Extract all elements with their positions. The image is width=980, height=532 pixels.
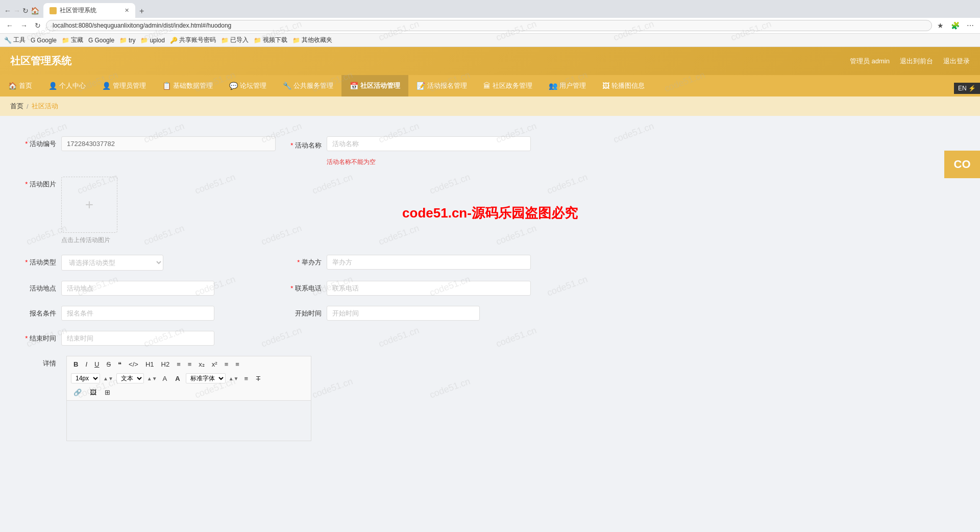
activity-type-group: 活动类型 请选择活动类型 [20, 255, 276, 271]
editor-body[interactable] [66, 400, 311, 441]
browser-tab-active[interactable]: 社区管理系统 ✕ [43, 3, 135, 18]
nav-item-basic[interactable]: 📋 基础数据管理 [154, 75, 221, 96]
bookmark-try[interactable]: 📁 try [119, 37, 135, 44]
unordered-list-button[interactable]: ≡ [185, 359, 194, 369]
bold-button[interactable]: B [71, 359, 81, 369]
align-left-button[interactable]: ≡ [222, 359, 231, 369]
detail-label: 详情 [20, 356, 56, 368]
start-time-label: 开始时间 [286, 306, 322, 318]
basic-nav-icon: 📋 [162, 82, 171, 90]
nav-item-carousel[interactable]: 🖼 轮播图信息 [594, 75, 653, 96]
address-input[interactable] [46, 20, 932, 31]
italic-button[interactable]: I [83, 359, 90, 369]
back-button[interactable]: ← [4, 20, 15, 31]
code-button[interactable]: </> [126, 359, 141, 369]
subscript-button[interactable]: x₂ [196, 359, 207, 369]
font-bg-button[interactable]: A [173, 374, 182, 383]
browser-controls: ← → ↻ 🏠 [4, 7, 39, 15]
image-upload-group: + 点击上传活动图片 [61, 177, 117, 245]
nav-item-enrollment[interactable]: 📝 活动报名管理 [408, 75, 475, 96]
breadcrumb-separator: / [27, 103, 29, 110]
form-row-1: 活动编号 1722843037782 活动名称 活动名称不能为空 [20, 136, 960, 166]
bookmark-button[interactable]: ★ [935, 20, 946, 31]
strikethrough-button[interactable]: S [104, 359, 113, 369]
location-group: 活动地点 [20, 281, 276, 296]
h1-button[interactable]: H1 [143, 359, 157, 369]
bookmark-others[interactable]: 📁 其他收藏夹 [292, 36, 332, 44]
align-btn[interactable]: ≡ [241, 374, 251, 383]
nav-item-users[interactable]: 👥 用户管理 [541, 75, 594, 96]
main-content: 活动编号 1722843037782 活动名称 活动名称不能为空 活动图片 [0, 116, 980, 532]
clear-format-btn[interactable]: T̶ [254, 374, 263, 383]
nav-item-home[interactable]: 🏠 首页 [0, 75, 40, 96]
font-style-arrows: ▲▼ [229, 376, 239, 381]
table-button[interactable]: ⊞ [102, 388, 113, 397]
bookmark-tools[interactable]: 🔧 工具 [4, 36, 26, 44]
bookmark-shared-password[interactable]: 🔑 共享账号密码 [170, 36, 216, 44]
image-button[interactable]: 🖼 [87, 388, 99, 397]
bookmark-google1[interactable]: G Google [31, 37, 57, 44]
breadcrumb-current: 社区活动 [32, 102, 58, 111]
form-row-3: 活动类型 请选择活动类型 举办方 [20, 255, 960, 271]
reload-button[interactable]: ↻ [33, 20, 43, 31]
nav-item-government[interactable]: 🏛 社区政务管理 [475, 75, 541, 96]
contact-group: 联系电话 [286, 281, 960, 296]
home-icon[interactable]: 🏠 [31, 7, 39, 15]
forward-icon[interactable]: → [13, 7, 20, 15]
activity-name-input[interactable] [327, 136, 531, 151]
enroll-input[interactable] [61, 306, 214, 321]
front-link[interactable]: 退出到前台 [900, 57, 933, 66]
font-type-select[interactable]: 文本 [116, 373, 144, 383]
ordered-list-button[interactable]: ≡ [174, 359, 183, 369]
activity-number-group: 活动编号 1722843037782 [20, 136, 276, 151]
plus-icon: + [85, 197, 93, 213]
h2-button[interactable]: H2 [159, 359, 173, 369]
activity-type-label: 活动类型 [20, 255, 56, 267]
extension-button[interactable]: 🧩 [949, 20, 962, 31]
link-button[interactable]: 🔗 [71, 388, 84, 397]
new-tab-button[interactable]: + [135, 5, 148, 18]
nav-item-admin[interactable]: 👤 管理员管理 [94, 75, 154, 96]
font-size-select[interactable]: 14px [71, 373, 100, 383]
start-time-input[interactable] [327, 306, 480, 321]
bookmark-uplod[interactable]: 📁 uplod [140, 37, 164, 44]
en-language-button[interactable]: EN ⚡ [954, 83, 980, 94]
form-row-detail: 详情 B I U S ❝ </> H1 H2 ≡ ≡ x₂ x² ≡ [20, 356, 960, 441]
bookmark-imported[interactable]: 📁 已导入 [221, 36, 249, 44]
activity-type-select[interactable]: 请选择活动类型 [61, 255, 163, 271]
end-time-group: 结束时间 [20, 331, 276, 346]
align-right-button[interactable]: ≡ [233, 359, 242, 369]
underline-button[interactable]: U [92, 359, 102, 369]
location-input[interactable] [61, 281, 214, 296]
back-icon[interactable]: ← [4, 7, 11, 15]
breadcrumb-home[interactable]: 首页 [10, 102, 23, 111]
nav-item-personal[interactable]: 👤 个人中心 [40, 75, 94, 96]
bookmark-baozang[interactable]: 📁 宝藏 [62, 36, 83, 44]
editor-container: B I U S ❝ </> H1 H2 ≡ ≡ x₂ x² ≡ ≡ [66, 356, 311, 441]
contact-input[interactable] [327, 281, 531, 296]
bookmark-google2[interactable]: G Google [88, 37, 114, 44]
blockquote-button[interactable]: ❝ [115, 359, 124, 369]
activity-image-label: 活动图片 [20, 177, 56, 189]
font-style-select[interactable]: 标准字体 [186, 373, 226, 383]
image-upload-box[interactable]: + [61, 177, 117, 233]
activity-number-value: 1722843037782 [61, 136, 276, 151]
bookmark-video[interactable]: 📁 视频下载 [254, 36, 287, 44]
end-time-input[interactable] [61, 331, 214, 346]
tab-close-button[interactable]: ✕ [125, 7, 129, 14]
forward-button[interactable]: → [18, 20, 30, 31]
contact-label: 联系电话 [286, 281, 322, 293]
font-size-arrows: ▲▼ [103, 376, 113, 381]
menu-button[interactable]: ⋯ [965, 20, 976, 31]
organizer-input[interactable] [327, 255, 531, 270]
superscript-button[interactable]: x² [209, 359, 220, 369]
nav-item-forum[interactable]: 💬 论坛管理 [221, 75, 275, 96]
nav-item-public[interactable]: 🔧 公共服务管理 [275, 75, 341, 96]
nav-item-activity[interactable]: 📅 社区活动管理 [341, 75, 408, 96]
app-logo: 社区管理系统 [10, 54, 71, 68]
reload-icon[interactable]: ↻ [22, 7, 29, 15]
font-color-button[interactable]: A [160, 374, 170, 383]
nav-bar: 🏠 首页 👤 个人中心 👤 管理员管理 📋 基础数据管理 💬 论坛管理 🔧 公共… [0, 75, 980, 96]
logout-link[interactable]: 退出登录 [943, 57, 970, 66]
header-right: 管理员 admin 退出到前台 退出登录 [850, 57, 970, 66]
